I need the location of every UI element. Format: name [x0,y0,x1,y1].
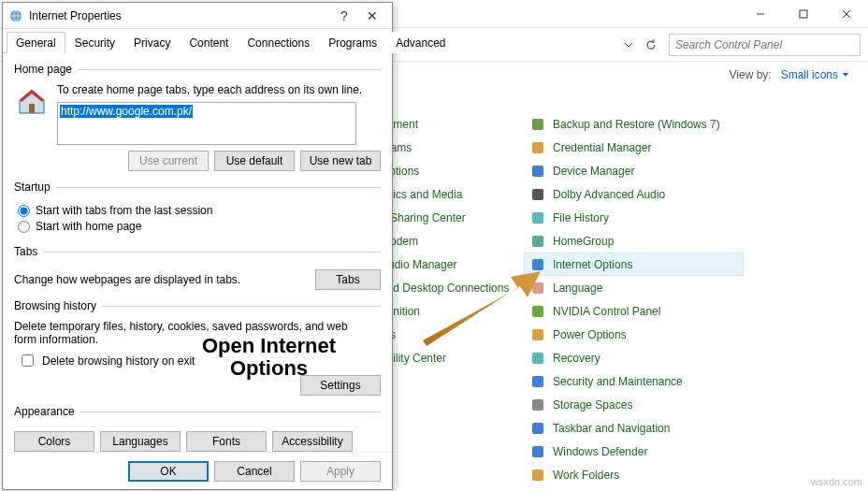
radio-input[interactable] [18,205,30,217]
appearance-group: Appearance Colors Languages Fonts Access… [14,405,381,452]
control-panel-item[interactable]: Recovery [524,346,744,369]
checkbox-input[interactable] [22,354,34,367]
svg-rect-8 [532,212,543,224]
item-icon [530,444,545,459]
item-label: Storage Spaces [553,398,632,412]
history-desc: Delete temporary files, history, cookies… [14,320,351,346]
use-new-tab-button[interactable]: Use new tab [300,151,381,171]
control-panel-item[interactable]: Power Options [524,323,744,346]
item-label: Internet Options [553,258,632,271]
home-page-desc: To create home page tabs, type each addr… [57,83,381,96]
item-label: Device Manager [553,165,634,178]
control-panel-item[interactable]: Internet Options [524,253,744,276]
fonts-button[interactable]: Fonts [186,431,267,452]
item-icon [530,468,545,483]
startup-group: Startup Start with tabs from the last se… [14,181,381,236]
tab-general[interactable]: General [7,32,65,53]
control-panel-item[interactable]: Device Manager [524,159,744,182]
chevron-down-icon[interactable] [624,40,633,50]
item-label: Language [553,282,602,295]
search-input[interactable] [669,34,861,56]
svg-rect-19 [532,469,543,481]
browsing-history-group: Browsing history Delete temporary files,… [14,299,381,396]
item-icon [530,421,545,436]
tab-privacy[interactable]: Privacy [124,32,180,53]
svg-rect-5 [532,142,543,153]
svg-rect-6 [532,166,543,177]
control-panel-item[interactable]: Security and Maintenance [524,369,744,393]
close-button[interactable] [825,0,868,28]
control-panel-item[interactable]: Language [524,276,744,299]
item-label: Backup and Restore (Windows 7) [553,118,720,131]
view-by-value[interactable]: Small icons [781,68,849,81]
control-panel-item[interactable]: NVIDIA Control Panel [524,299,744,323]
colors-button[interactable]: Colors [14,431,94,452]
item-label: Credential Manager [553,141,651,154]
internet-properties-dialog: Internet Properties ? ✕ GeneralSecurityP… [2,2,393,490]
item-icon [530,164,545,179]
item-icon [530,140,545,155]
item-icon [530,304,545,319]
settings-button[interactable]: Settings [300,375,381,396]
svg-rect-7 [532,189,543,200]
close-button[interactable]: ✕ [358,6,386,26]
item-icon [530,234,545,249]
item-icon [530,117,545,132]
control-panel-item[interactable]: HomeGroup [524,229,744,253]
item-icon [530,374,545,389]
startup-radio-home-page[interactable]: Start with home page [18,220,381,233]
item-icon [530,327,545,342]
home-page-group: Home page To create home page tabs, type… [14,63,381,171]
group-legend: Home page [14,63,78,76]
ok-button[interactable]: OK [128,461,209,482]
minimize-button[interactable] [739,0,782,28]
tabs-desc: Change how webpages are displayed in tab… [14,273,240,286]
control-panel-item[interactable]: Storage Spaces [524,393,744,416]
item-label: d Sharing Center [381,211,466,224]
tab-content[interactable]: Content [180,32,238,53]
dialog-titlebar: Internet Properties ? ✕ [3,3,392,29]
item-label: Windows Defender [553,445,647,458]
svg-rect-13 [532,329,543,340]
svg-rect-12 [532,306,543,317]
delete-on-exit-checkbox[interactable]: Delete browsing history on exit [18,352,381,369]
radio-input[interactable] [18,221,30,233]
startup-radio-last-session[interactable]: Start with tabs from the last session [18,204,381,217]
item-label: Recovery [553,352,600,365]
tab-programs[interactable]: Programs [319,32,386,53]
tab-security[interactable]: Security [65,32,124,53]
maximize-button[interactable] [782,0,825,28]
item-label: Taskbar and Navigation [553,422,670,435]
item-label: Dolby Advanced Audio [553,188,665,201]
cancel-button[interactable]: Cancel [214,461,295,482]
control-panel-item[interactable]: Backup and Restore (Windows 7) [524,112,744,136]
tabs-group: Tabs Change how webpages are displayed i… [14,245,381,290]
group-legend: Startup [14,181,56,194]
control-panel-item[interactable]: Windows Defender [524,440,744,463]
apply-button[interactable]: Apply [300,461,381,482]
item-icon [530,210,545,225]
control-panel-items: gementgramsOptionsphics and Mediad Shari… [374,94,857,487]
svg-rect-15 [532,376,543,387]
tab-advanced[interactable]: Advanced [386,32,455,53]
accessibility-button[interactable]: Accessibility [272,431,353,452]
item-icon [530,187,545,202]
dialog-title: Internet Properties [29,9,330,22]
control-panel-item[interactable]: Credential Manager [524,136,744,159]
use-default-button[interactable]: Use default [214,151,295,171]
home-page-input[interactable]: http://www.google.com.pk/ [57,102,356,145]
control-panel-item[interactable]: File History [524,206,744,229]
dialog-footer: OK Cancel Apply [3,452,392,489]
tab-connections[interactable]: Connections [238,32,319,53]
use-current-button[interactable]: Use current [128,151,209,171]
tabs-button[interactable]: Tabs [315,269,381,290]
control-panel-item[interactable]: Dolby Advanced Audio [524,182,744,206]
languages-button[interactable]: Languages [100,431,181,452]
svg-rect-1 [800,10,807,18]
control-panel-item[interactable]: Work Folders [524,463,744,486]
help-button[interactable]: ? [330,6,358,26]
item-label: Work Folders [553,469,619,482]
refresh-button[interactable] [641,35,661,55]
control-panel-item[interactable]: Taskbar and Navigation [524,416,744,440]
svg-rect-16 [532,399,543,411]
